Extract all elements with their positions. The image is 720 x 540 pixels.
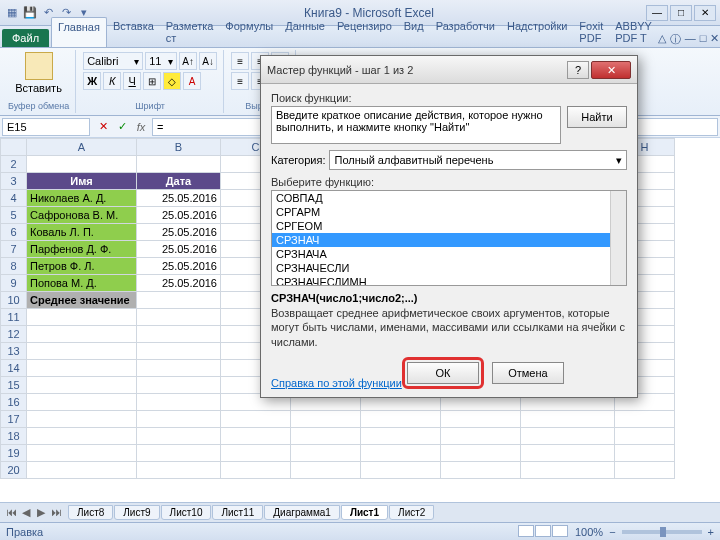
- search-function-input[interactable]: Введите краткое описание действия, котор…: [271, 106, 561, 144]
- help-link[interactable]: Справка по этой функции: [271, 377, 402, 389]
- save-icon[interactable]: 💾: [22, 5, 38, 21]
- cell-D18[interactable]: [291, 428, 361, 445]
- cell-A19[interactable]: [27, 445, 137, 462]
- cell-A5[interactable]: Сафронова В. М.: [27, 207, 137, 224]
- name-box[interactable]: E15: [2, 118, 90, 136]
- cell-A2[interactable]: [27, 156, 137, 173]
- row-header-3[interactable]: 3: [1, 173, 27, 190]
- cell-H18[interactable]: [615, 428, 675, 445]
- cell-B3[interactable]: Дата: [137, 173, 221, 190]
- cell-E17[interactable]: [361, 411, 441, 428]
- sheet-tab-Лист1[interactable]: Лист1: [341, 505, 388, 520]
- bold-button[interactable]: Ж: [83, 72, 101, 90]
- function-item-СРГАРМ[interactable]: СРГАРМ: [272, 205, 626, 219]
- cancel-formula-icon[interactable]: ✕: [94, 118, 112, 136]
- ribbon-tab-4[interactable]: Данные: [279, 17, 331, 47]
- grow-font-icon[interactable]: A↑: [179, 52, 197, 70]
- ribbon-tab-9[interactable]: Foxit PDF: [573, 17, 609, 47]
- close-button[interactable]: ✕: [694, 5, 716, 21]
- paste-button[interactable]: Вставить: [8, 52, 69, 94]
- scrollbar[interactable]: [610, 191, 626, 285]
- row-header-10[interactable]: 10: [1, 292, 27, 309]
- cell-G20[interactable]: [521, 462, 615, 479]
- cell-B18[interactable]: [137, 428, 221, 445]
- cell-A20[interactable]: [27, 462, 137, 479]
- cell-A7[interactable]: Парфенов Д. Ф.: [27, 241, 137, 258]
- cell-D20[interactable]: [291, 462, 361, 479]
- cell-A18[interactable]: [27, 428, 137, 445]
- cell-B12[interactable]: [137, 326, 221, 343]
- cell-D17[interactable]: [291, 411, 361, 428]
- cell-A16[interactable]: [27, 394, 137, 411]
- cell-A3[interactable]: Имя: [27, 173, 137, 190]
- cell-E18[interactable]: [361, 428, 441, 445]
- ribbon-tab-7[interactable]: Разработчи: [430, 17, 501, 47]
- nav-next-icon[interactable]: ▶: [34, 506, 48, 519]
- function-list[interactable]: СОВПАДСРГАРМСРГЕОМСРЗНАЧСРЗНАЧАСРЗНАЧЕСЛ…: [271, 190, 627, 286]
- ribbon-tab-1[interactable]: Вставка: [107, 17, 160, 47]
- cell-E19[interactable]: [361, 445, 441, 462]
- cell-F19[interactable]: [441, 445, 521, 462]
- row-header-8[interactable]: 8: [1, 258, 27, 275]
- dialog-close-button[interactable]: ✕: [591, 61, 631, 79]
- sheet-tab-Лист11[interactable]: Лист11: [212, 505, 263, 520]
- row-header-15[interactable]: 15: [1, 377, 27, 394]
- row-header-2[interactable]: 2: [1, 156, 27, 173]
- shrink-font-icon[interactable]: A↓: [199, 52, 217, 70]
- row-header-18[interactable]: 18: [1, 428, 27, 445]
- row-header-4[interactable]: 4: [1, 190, 27, 207]
- ribbon-tab-8[interactable]: Надстройки: [501, 17, 573, 47]
- file-tab[interactable]: Файл: [2, 29, 49, 47]
- select-all-corner[interactable]: [1, 139, 27, 156]
- ribbon-tab-2[interactable]: Разметка ст: [160, 17, 220, 47]
- cell-A4[interactable]: Николаев А. Д.: [27, 190, 137, 207]
- ribbon-tab-5[interactable]: Рецензиро: [331, 17, 398, 47]
- fx-icon[interactable]: fx: [132, 118, 150, 136]
- function-item-СРЗНАЧЕСЛИ[interactable]: СРЗНАЧЕСЛИ: [272, 261, 626, 275]
- zoom-out-button[interactable]: −: [609, 526, 615, 538]
- cell-G18[interactable]: [521, 428, 615, 445]
- cell-C20[interactable]: [221, 462, 291, 479]
- cell-C18[interactable]: [221, 428, 291, 445]
- zoom-in-button[interactable]: +: [708, 526, 714, 538]
- cell-B8[interactable]: 25.05.2016: [137, 258, 221, 275]
- category-select[interactable]: Полный алфавитный перечень ▾: [329, 150, 627, 170]
- function-item-СОВПАД[interactable]: СОВПАД: [272, 191, 626, 205]
- row-header-5[interactable]: 5: [1, 207, 27, 224]
- ribbon-tab-3[interactable]: Формулы: [219, 17, 279, 47]
- function-item-СРЗНАЧ[interactable]: СРЗНАЧ: [272, 233, 626, 247]
- row-header-9[interactable]: 9: [1, 275, 27, 292]
- cell-B10[interactable]: [137, 292, 221, 309]
- cell-A10[interactable]: Среднее значение: [27, 292, 137, 309]
- row-header-19[interactable]: 19: [1, 445, 27, 462]
- nav-first-icon[interactable]: ⏮: [4, 506, 18, 519]
- cell-F18[interactable]: [441, 428, 521, 445]
- sheet-tab-Лист8[interactable]: Лист8: [68, 505, 113, 520]
- cell-A13[interactable]: [27, 343, 137, 360]
- dialog-help-button[interactable]: ?: [567, 61, 589, 79]
- cell-G17[interactable]: [521, 411, 615, 428]
- cell-A15[interactable]: [27, 377, 137, 394]
- cell-H17[interactable]: [615, 411, 675, 428]
- zoom-slider[interactable]: [622, 530, 702, 534]
- minimize-ribbon-icon[interactable]: △: [658, 32, 666, 47]
- dialog-titlebar[interactable]: Мастер функций - шаг 1 из 2 ? ✕: [261, 56, 637, 84]
- cell-D19[interactable]: [291, 445, 361, 462]
- cell-B20[interactable]: [137, 462, 221, 479]
- ribbon-tab-0[interactable]: Главная: [51, 17, 107, 47]
- cell-B6[interactable]: 25.05.2016: [137, 224, 221, 241]
- cell-A11[interactable]: [27, 309, 137, 326]
- col-header-B[interactable]: B: [137, 139, 221, 156]
- align-left-icon[interactable]: ≡: [231, 72, 249, 90]
- cell-G19[interactable]: [521, 445, 615, 462]
- function-item-СРЗНАЧЕСЛИМН[interactable]: СРЗНАЧЕСЛИМН: [272, 275, 626, 286]
- sheet-tab-Лист2[interactable]: Лист2: [389, 505, 434, 520]
- align-top-icon[interactable]: ≡: [231, 52, 249, 70]
- function-item-СРГЕОМ[interactable]: СРГЕОМ: [272, 219, 626, 233]
- function-item-СРЗНАЧА[interactable]: СРЗНАЧА: [272, 247, 626, 261]
- cell-B17[interactable]: [137, 411, 221, 428]
- cell-A12[interactable]: [27, 326, 137, 343]
- font-name-select[interactable]: Calibri▾: [83, 52, 143, 70]
- cell-A9[interactable]: Попова М. Д.: [27, 275, 137, 292]
- view-buttons[interactable]: [518, 525, 569, 539]
